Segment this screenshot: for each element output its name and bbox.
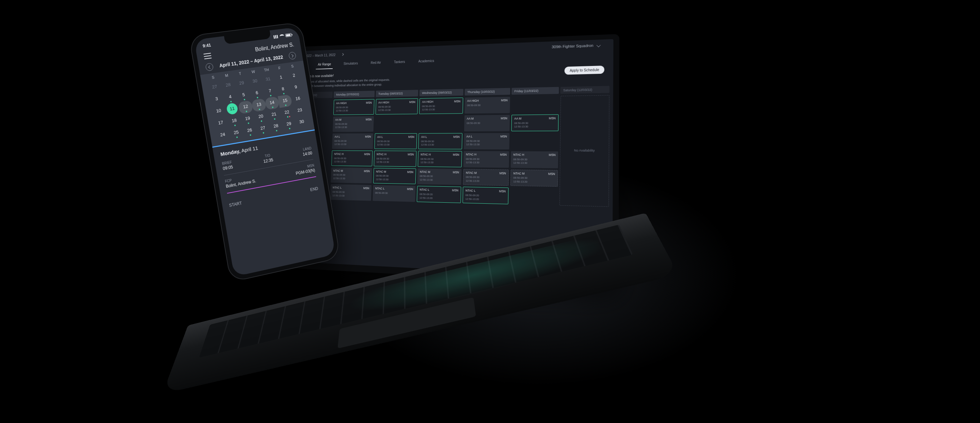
hamburger-icon[interactable]	[203, 53, 212, 59]
allocation-cell[interactable]: AA LMSN08:50-09:3012:50-13:30	[374, 133, 417, 149]
event-dot-icon	[248, 122, 249, 124]
cell-time-2: 12:50-13:20	[465, 197, 505, 202]
calendar-day[interactable]: 25	[229, 126, 244, 140]
cell-tag: MSN	[548, 172, 555, 176]
cell-name: NTAC H	[513, 153, 524, 157]
allocation-cell[interactable]: AA LMSN08:50-09:3012:50-13:30	[464, 133, 509, 149]
allocation-cell[interactable]: AA HIGHMSN08:50-09:3012:50-13:30	[419, 98, 463, 114]
dow-label: S	[206, 74, 220, 81]
calendar-day[interactable]: 27	[207, 81, 223, 95]
cell-time-2: 12:50-13:30	[422, 108, 460, 112]
event-dot-icon	[270, 95, 271, 97]
cell-name: AA M	[467, 117, 474, 121]
cell-time-2: 12:50-13:30	[376, 178, 414, 182]
calendar-day[interactable]: 2	[287, 70, 301, 83]
calendar-day[interactable]: 31	[261, 73, 275, 86]
allocation-cell[interactable]: NTAC HMSN08:50-09:3012:50-13:30	[463, 151, 509, 168]
calendar-day[interactable]: 9	[288, 81, 303, 95]
cell-tag: MSN	[453, 135, 460, 139]
takeoff-field: T/O 12:35	[252, 151, 284, 166]
calendar-day[interactable]: 27	[255, 122, 270, 136]
cell-name: NTAC H	[420, 153, 431, 157]
cell-name: AA M	[514, 117, 521, 121]
cell-name: NTAC L	[420, 188, 430, 192]
stage: 309th Fighter Squadron March 7, 2022 – M…	[0, 0, 980, 423]
cell-time-1: 08:50-09:30	[377, 140, 414, 143]
event-dot-icon	[236, 136, 238, 138]
cell-time-2: 12:50-13:30	[420, 178, 459, 182]
event-dot-icon	[261, 120, 262, 122]
phone-body: 9:41 Bolint, Andrew S. April 11, 2022 – …	[189, 22, 340, 282]
calendar-day[interactable]: 30	[294, 116, 309, 129]
allocation-cell[interactable]: NTAC LMSN08:50-09:2012:50-13:20	[462, 187, 508, 205]
calendar-day[interactable]: 1	[274, 71, 289, 85]
cell-tag: MSN	[364, 152, 370, 156]
cell-time-2: 12:50-13:30	[378, 108, 415, 112]
cell-time-1: 08:50-09:30	[466, 121, 507, 125]
cell-tag: MSN	[408, 135, 414, 139]
calendar-day[interactable]: 8	[275, 82, 290, 96]
calendar-day[interactable]: 4	[223, 90, 238, 105]
next-week-button[interactable]	[288, 52, 297, 60]
allocation-cell[interactable]: NTAC LMSN08:50-09:30	[372, 185, 415, 202]
calendar-day[interactable]: 28	[268, 120, 283, 134]
event-dot-icon	[250, 134, 251, 136]
dow-label: S	[286, 63, 299, 69]
no-availability-right: No Availability	[560, 95, 609, 207]
allocation-cell[interactable]: NTAC MMSN08:50-09:3012:50-13:20	[511, 170, 558, 187]
event-dot-icon	[276, 130, 277, 131]
cell-name: AA HIGH	[378, 101, 389, 105]
event-dot-icon	[230, 101, 232, 103]
allocation-cell[interactable]: NTAC HMSN08:50-09:3012:50-13:30	[511, 151, 558, 168]
calendar-day[interactable]: 26	[242, 124, 258, 138]
calendar-day[interactable]: 30	[248, 75, 263, 89]
msn-field: MSN PGM-03(N)	[285, 163, 316, 178]
allocation-cell[interactable]: NTAC HMSN08:50-09:3012:50-13:30	[374, 151, 417, 166]
calendar-day[interactable]: 11	[226, 102, 239, 115]
cell-name: NTAC H	[377, 152, 387, 157]
cell-tag: MSN	[501, 98, 508, 103]
apply-to-schedule-button[interactable]: Apply to Schedule	[565, 66, 605, 75]
allocation-cell[interactable]: NTAC MMSN08:50-09:3012:50-13:30	[417, 168, 461, 185]
calendar-day[interactable]: 24	[215, 128, 231, 143]
event-dot-icon	[285, 105, 286, 106]
chevron-down-icon	[597, 43, 601, 47]
allocation-cell[interactable]: AA HIGHMSN08:50-09:30	[465, 97, 510, 114]
event-dot-icon	[289, 128, 290, 130]
prev-week-button[interactable]	[205, 63, 213, 71]
allocation-cell[interactable]: AA MMSN08:50-09:30	[464, 115, 510, 131]
allocation-cell[interactable]: NTAC HMSN08:50-09:3012:50-13:30	[418, 151, 462, 167]
cell-name: AA HIGH	[467, 99, 479, 103]
tab-academics[interactable]: Academics	[416, 57, 436, 67]
allocation-cell[interactable]: NTAC MMSN08:50-09:3012:50-13:20	[463, 169, 509, 186]
cell-tag: MSN	[407, 153, 414, 157]
calendar-day[interactable]: 5	[236, 89, 251, 102]
tab-red-air[interactable]: Red Air	[369, 59, 383, 68]
cell-tag: MSN	[365, 135, 371, 139]
dow-label: T	[233, 71, 247, 76]
cell-time-2: 12:50-13:30	[420, 161, 459, 165]
calendar-day[interactable]: 29	[282, 118, 297, 131]
cell-tag: MSN	[501, 135, 507, 139]
allocation-cell[interactable]: AA LMSN08:50-09:3012:50-13:30	[418, 133, 462, 149]
calendar-day[interactable]: 6	[249, 86, 264, 100]
cell-name: NTAC M	[420, 170, 430, 174]
allocation-cell[interactable]: AA HIGHMSN08:50-09:3012:50-13:30	[375, 98, 418, 115]
allocation-cell[interactable]: AA MMSN08:50-09:3012:50-13:30	[511, 114, 558, 131]
allocation-cell[interactable]: NTAC MMSN08:50-09:3012:50-13:30	[373, 168, 416, 184]
day-header: Saturday (12/03/22)	[560, 86, 609, 94]
calendar-day[interactable]: 7	[262, 85, 277, 98]
cell-tag: MSN	[500, 171, 506, 176]
dow-label: M	[220, 73, 234, 79]
tab-tankers[interactable]: Tankers	[392, 58, 407, 67]
dow-label: F	[273, 65, 286, 71]
calendar-day[interactable]: 28	[221, 79, 236, 92]
cell-tag: MSN	[500, 153, 507, 157]
squadron-label: 309th Fighter Squadron	[552, 43, 593, 49]
cell-tag: MSN	[453, 153, 459, 157]
allocation-cell[interactable]: NTAC LMSN08:50-09:2012:50-13:20	[417, 186, 461, 203]
cell-time-2: 12:50-13:30	[466, 161, 507, 165]
day-header: Wednesday (09/03/22)	[420, 89, 463, 96]
calendar-day[interactable]: 29	[234, 76, 249, 90]
end-label: END	[310, 186, 318, 192]
